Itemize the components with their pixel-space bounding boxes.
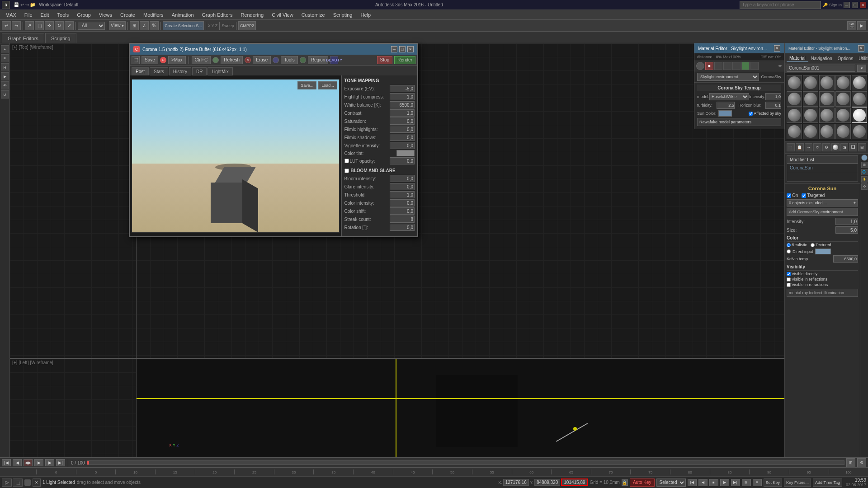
bloom-checkbox[interactable]: [344, 169, 349, 173]
visible-refractions-checkbox[interactable]: [787, 283, 791, 287]
affected-by-sky-label[interactable]: Affected by sky: [749, 111, 781, 116]
mat-tool-get[interactable]: ⬚: [787, 143, 795, 151]
sky-intensity-input[interactable]: [765, 93, 781, 100]
highlight-input[interactable]: [390, 93, 415, 100]
mat-slot-19[interactable]: [835, 124, 851, 139]
mat-slot-12[interactable]: [803, 108, 818, 123]
objects-excluded-btn[interactable]: 0 objects excluded.... +: [787, 199, 858, 206]
sky-icon1[interactable]: [696, 62, 704, 70]
bloom-intensity-input[interactable]: [390, 175, 415, 182]
menu-max[interactable]: MAX: [2, 11, 20, 19]
realistic-radio[interactable]: [787, 243, 791, 247]
maximize-button[interactable]: □: [852, 2, 858, 8]
sky-icon5[interactable]: [732, 62, 741, 70]
lock-icon[interactable]: 🔒: [622, 479, 628, 486]
mat-slot-7[interactable]: [803, 91, 818, 107]
mat-tab-navigation[interactable]: Navigation: [808, 55, 835, 62]
on-checkbox-label[interactable]: On: [787, 193, 798, 198]
indirect-illumination-btn[interactable]: mental ray Indirect Illumination: [787, 289, 858, 297]
color-intensity-input[interactable]: [390, 199, 415, 206]
sky-icon4[interactable]: [723, 62, 731, 70]
add-coronasky-btn[interactable]: Add CoronasSky environment: [787, 208, 858, 216]
mat-slot-6[interactable]: [787, 91, 802, 107]
corona-tab-lightmix[interactable]: LightMix: [208, 67, 232, 75]
menu-edit[interactable]: Edit: [37, 11, 53, 19]
exposure-input[interactable]: [390, 85, 415, 92]
percent-snap[interactable]: %: [150, 21, 159, 30]
view-dropdown[interactable]: View ▾: [109, 21, 126, 30]
motion-icon[interactable]: ▶: [1, 72, 9, 80]
corona-tab-stats[interactable]: Stats: [150, 67, 168, 75]
skylight-env-dropdown[interactable]: Skylight environment: [697, 73, 759, 81]
anim-prev-frame[interactable]: ◀: [13, 459, 22, 466]
mat-slot-14[interactable]: [835, 108, 851, 123]
render-btn[interactable]: ▶: [857, 21, 866, 30]
lut-checkbox[interactable]: [344, 159, 349, 163]
menu-scripting[interactable]: Scripting: [330, 11, 356, 19]
mat-tool-put[interactable]: 📋: [796, 143, 804, 151]
mat-tool-assign[interactable]: →: [805, 143, 813, 151]
rotate-button[interactable]: ↻: [55, 21, 64, 30]
mat-slot-18[interactable]: [819, 124, 835, 139]
on-checkbox[interactable]: [787, 193, 791, 198]
mat-slot-16[interactable]: [787, 124, 802, 139]
mat-slot-5[interactable]: [852, 75, 867, 90]
menu-civil-view[interactable]: Civil View: [268, 11, 297, 19]
select-button[interactable]: ↗: [25, 21, 34, 30]
mat-slot-4[interactable]: [835, 75, 851, 90]
threshold-input[interactable]: [390, 191, 415, 198]
filmic-highlights-input[interactable]: [390, 126, 415, 133]
rt-effect-icon[interactable]: ✨: [861, 176, 868, 183]
refresh-button[interactable]: Refresh: [221, 56, 243, 64]
select-filter-dropdown[interactable]: All: [78, 22, 105, 30]
stop-button[interactable]: Stop: [377, 56, 393, 64]
menu-tools[interactable]: Tools: [54, 11, 73, 19]
mat-tool-video[interactable]: 🎞: [849, 143, 857, 151]
mat-editor-close[interactable]: ✕: [858, 45, 864, 52]
color-shift-input[interactable]: [390, 207, 415, 215]
mat-tab-options[interactable]: Options: [835, 55, 856, 62]
visible-directly-label[interactable]: Visible directly: [787, 272, 858, 276]
time-config-btn[interactable]: ⚙: [857, 458, 866, 467]
turbidity-input[interactable]: [717, 102, 735, 109]
menu-animation[interactable]: Animation: [168, 11, 198, 19]
angle-snap[interactable]: ∠: [140, 21, 149, 30]
region-icon[interactable]: [300, 57, 306, 63]
erase-icon[interactable]: ✕: [245, 57, 251, 63]
lut-checkbox-label[interactable]: LUT opacity:: [344, 159, 375, 164]
pb-stop[interactable]: ■: [709, 479, 718, 486]
redo-button[interactable]: ↪: [12, 21, 21, 30]
mat-tab-material[interactable]: Material: [787, 55, 808, 62]
pb-settings[interactable]: ≡: [753, 479, 762, 486]
rt-env-icon[interactable]: 🌐: [861, 169, 868, 175]
sky-icon6[interactable]: [741, 62, 750, 70]
glare-intensity-input[interactable]: [390, 183, 415, 190]
select-region-button[interactable]: ⬚: [35, 21, 44, 30]
snap-toggle[interactable]: ⊞: [130, 21, 139, 30]
menu-rendering[interactable]: Rendering: [237, 11, 267, 19]
scale-button[interactable]: ⤢: [65, 21, 74, 30]
selected-dropdown[interactable]: Selected: [656, 479, 686, 487]
pb-prev[interactable]: ◀: [698, 479, 708, 486]
mat-tool-options[interactable]: ⚙: [822, 143, 830, 151]
modifier-item-coronasun[interactable]: CoronaSun: [787, 164, 858, 172]
status-icon2[interactable]: ⬚: [13, 479, 23, 487]
erase-button[interactable]: Erase: [253, 56, 271, 64]
menu-help[interactable]: Help: [357, 11, 374, 19]
corona-tab-post[interactable]: Post: [132, 67, 149, 75]
minimize-button[interactable]: ─: [844, 2, 850, 8]
menu-file[interactable]: File: [21, 11, 36, 19]
lut-input[interactable]: [390, 157, 415, 164]
anim-next-key[interactable]: ▶|: [56, 459, 65, 466]
direct-color-swatch[interactable]: [815, 249, 831, 254]
sky-icon3[interactable]: [714, 62, 722, 70]
key-mode-btn[interactable]: ⊞: [846, 458, 855, 467]
pb-keymode[interactable]: ⊞: [742, 479, 751, 486]
material-type-button[interactable]: ▾: [857, 65, 866, 72]
rawafake-btn[interactable]: Rawafake model parameters: [697, 118, 781, 126]
pb-next[interactable]: ▶: [720, 479, 729, 486]
render-button[interactable]: Render: [394, 56, 415, 64]
sun-color-swatch[interactable]: [718, 110, 732, 117]
rt-color-icon[interactable]: [861, 155, 868, 161]
horizon-blur-input[interactable]: [765, 102, 781, 109]
